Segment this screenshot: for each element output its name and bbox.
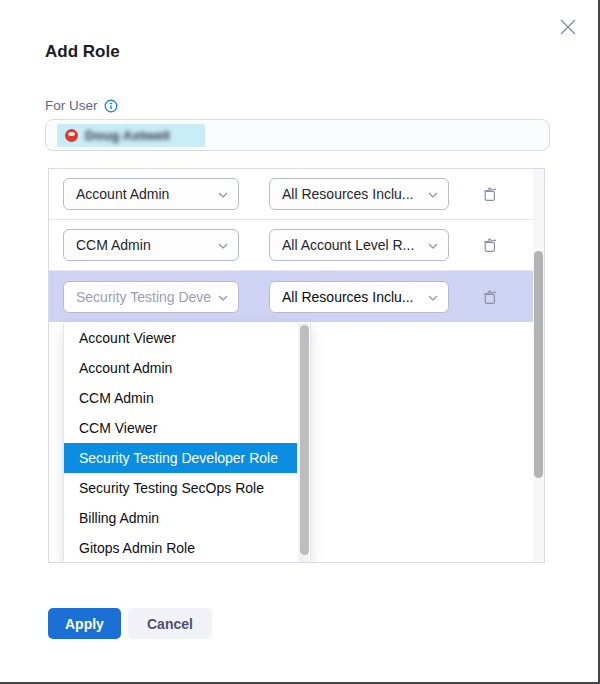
role-select-0[interactable]: Account Admin xyxy=(63,178,239,210)
dropdown-option[interactable]: CCM Admin xyxy=(64,383,297,413)
close-icon[interactable] xyxy=(558,17,578,37)
chevron-down-icon xyxy=(218,243,228,249)
delete-row-icon[interactable] xyxy=(481,288,499,306)
chevron-down-icon xyxy=(428,295,438,301)
panel-scrollbar-thumb[interactable] xyxy=(534,251,543,478)
role-select-1-value: CCM Admin xyxy=(76,237,151,253)
user-field[interactable]: Doug Axtwell xyxy=(45,119,550,151)
chevron-down-icon xyxy=(218,295,228,301)
dropdown-option[interactable]: CCM Viewer xyxy=(64,413,297,443)
apply-button[interactable]: Apply xyxy=(48,608,121,639)
role-row-0: Account Admin All Resources Inclu... xyxy=(49,169,535,220)
page-title: Add Role xyxy=(45,42,120,62)
chevron-down-icon xyxy=(218,192,228,198)
chevron-down-icon xyxy=(428,192,438,198)
dropdown-option[interactable]: Account Admin xyxy=(64,353,297,383)
dropdown-scrollbar-thumb[interactable] xyxy=(300,325,309,555)
user-avatar xyxy=(65,129,78,142)
role-select-0-value: Account Admin xyxy=(76,186,169,202)
dropdown-option[interactable]: Security Testing SecOps Role xyxy=(64,473,297,503)
resource-group-select-0-value: All Resources Inclu... xyxy=(282,186,414,202)
resource-group-select-0[interactable]: All Resources Inclu... xyxy=(269,178,449,210)
role-row-1: CCM Admin All Account Level R... xyxy=(49,220,535,271)
user-chip[interactable]: Doug Axtwell xyxy=(57,124,205,147)
role-assignments-panel: Account Admin All Resources Inclu... xyxy=(48,168,545,563)
role-select-2-value: Security Testing Deve xyxy=(76,289,211,305)
add-role-modal: Add Role For User Doug Axtwell Account A… xyxy=(0,0,598,682)
resource-group-select-1[interactable]: All Account Level R... xyxy=(269,229,449,261)
role-row-2-selected: Security Testing Deve All Resources Incl… xyxy=(49,271,535,322)
resource-group-select-1-value: All Account Level R... xyxy=(282,237,414,253)
role-select-2[interactable]: Security Testing Deve xyxy=(63,281,239,313)
dropdown-option[interactable]: Billing Admin xyxy=(64,503,297,533)
dropdown-option-highlighted[interactable]: Security Testing Developer Role xyxy=(64,443,297,473)
dropdown-option[interactable]: Account Viewer xyxy=(64,323,297,353)
delete-row-icon[interactable] xyxy=(481,185,499,203)
dropdown-option[interactable]: Gitops Admin Role xyxy=(64,533,297,563)
role-dropdown-menu: Account Viewer Account Admin CCM Admin C… xyxy=(63,323,311,563)
for-user-label: For User xyxy=(45,98,118,113)
chevron-down-icon xyxy=(428,243,438,249)
info-icon[interactable] xyxy=(104,99,118,113)
role-select-1[interactable]: CCM Admin xyxy=(63,229,239,261)
delete-row-icon[interactable] xyxy=(481,236,499,254)
resource-group-select-2-value: All Resources Inclu... xyxy=(282,289,414,305)
user-name: Doug Axtwell xyxy=(85,128,170,143)
cancel-button[interactable]: Cancel xyxy=(128,608,212,639)
resource-group-select-2[interactable]: All Resources Inclu... xyxy=(269,281,449,313)
for-user-text: For User xyxy=(45,98,98,113)
